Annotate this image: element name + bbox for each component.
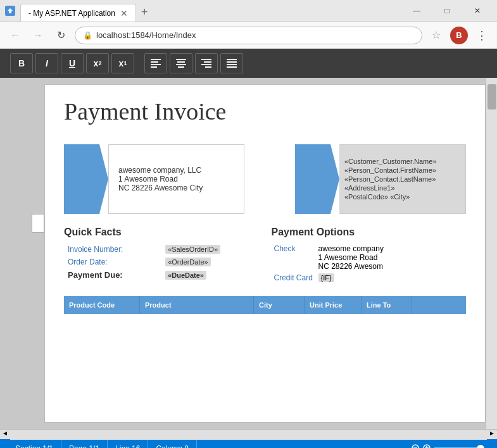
refresh-button[interactable]: ↻ xyxy=(52,27,70,44)
credit-card-label: Credit Card xyxy=(272,272,316,283)
table-row: Payment Due: «DueDate» xyxy=(64,268,259,282)
product-table-header: Product Code Product City Unit Price Lin… xyxy=(64,296,466,314)
two-col-section: Quick Facts Invoice Number: «SalesOrderI… xyxy=(64,227,466,283)
horizontal-scroll-area: ◄ ► xyxy=(0,429,497,439)
svg-rect-11 xyxy=(201,64,211,65)
svg-rect-10 xyxy=(204,61,211,63)
svg-rect-7 xyxy=(176,64,186,65)
zoom-thumb[interactable] xyxy=(477,445,484,448)
url-text: localhost:1584/Home/Index xyxy=(96,30,196,40)
banner-row: awesome company, LLC 1 Awesome Road NC 2… xyxy=(64,144,466,214)
unit-price-header: Unit Price xyxy=(305,296,362,314)
check-row: Check awesome company1 Awesome RoadNC 28… xyxy=(272,243,467,272)
window-controls: — □ ✕ xyxy=(402,0,492,22)
customer-field-4: «PostalCode» «City» xyxy=(344,193,460,201)
customer-info-block: «Customer_Customer.Name» «Person_Contact… xyxy=(339,144,466,214)
vertical-scrollbar[interactable] xyxy=(486,78,497,429)
line-status: Line 16 xyxy=(108,439,148,448)
payment-due-value: «DueDate» xyxy=(161,268,258,282)
product-header: Product xyxy=(140,296,254,314)
zoom-in-button[interactable] xyxy=(422,444,431,449)
left-arrow-shape xyxy=(64,144,108,214)
table-row: Invoice Number: «SalesOrderID» xyxy=(64,243,259,256)
new-tab-button[interactable]: + xyxy=(139,3,151,22)
app-icon xyxy=(5,6,15,16)
svg-rect-12 xyxy=(205,66,211,68)
facts-table: Invoice Number: «SalesOrderID» Order Dat… xyxy=(64,243,259,282)
subscript-button[interactable]: x1 xyxy=(111,53,134,73)
invoice-number-value: «SalesOrderID» xyxy=(161,243,258,256)
maximize-button[interactable]: □ xyxy=(432,0,462,22)
italic-button[interactable]: I xyxy=(35,53,58,73)
browser-menu-button[interactable]: ⋮ xyxy=(473,27,491,44)
product-code-header: Product Code xyxy=(64,296,140,314)
scrollbar-thumb[interactable] xyxy=(488,84,496,109)
bold-button[interactable]: B xyxy=(10,53,33,73)
tab-title: - My ASP.NET Application xyxy=(28,9,115,18)
tab-bar: - My ASP.NET Application ✕ + xyxy=(20,0,150,22)
check-label: Check xyxy=(272,243,316,272)
payment-due-label: Payment Due: xyxy=(64,268,161,282)
active-tab[interactable]: - My ASP.NET Application ✕ xyxy=(20,4,136,22)
payment-options: Payment Options Check awesome company1 A… xyxy=(272,227,467,283)
underline-button[interactable]: U xyxy=(61,53,84,73)
order-date-label: Order Date: xyxy=(64,256,161,268)
svg-rect-9 xyxy=(201,59,211,60)
forward-button[interactable]: → xyxy=(29,27,47,44)
bookmark-button[interactable]: ☆ xyxy=(427,27,445,44)
status-bar: Section 1/1 Page 1/1 Line 16 Column 8 xyxy=(0,439,497,448)
left-margin xyxy=(0,78,44,429)
table-row: Order Date: «OrderDate» xyxy=(64,256,259,268)
payment-options-heading: Payment Options xyxy=(272,227,467,238)
svg-rect-1 xyxy=(151,59,161,60)
url-bar[interactable]: 🔒 localhost:1584/Home/Index xyxy=(75,27,422,44)
right-arrow-shape xyxy=(295,144,339,214)
svg-rect-15 xyxy=(227,64,237,65)
scroll-track[interactable] xyxy=(10,430,487,440)
scroll-right-button[interactable]: ► xyxy=(487,430,497,440)
svg-rect-13 xyxy=(227,59,237,60)
page-status: Page 1/1 xyxy=(61,439,108,448)
svg-rect-5 xyxy=(176,59,186,60)
svg-rect-14 xyxy=(227,61,237,63)
address-bar: ← → ↻ 🔒 localhost:1584/Home/Index ☆ B ⋮ xyxy=(0,22,497,49)
customer-field-0: «Customer_Customer.Name» xyxy=(344,158,460,165)
payment-table: Check awesome company1 Awesome RoadNC 28… xyxy=(272,243,467,283)
customer-field-3: «AddressLine1» xyxy=(344,184,460,192)
content-area: Payment Invoice awesome company, LLC 1 A… xyxy=(0,78,497,429)
toolbar: B I U x2 x1 xyxy=(0,49,497,78)
back-button[interactable]: ← xyxy=(6,27,24,44)
profile-button[interactable]: B xyxy=(450,27,468,44)
credit-card-row: Credit Card {IF} xyxy=(272,272,467,283)
tab-close-button[interactable]: ✕ xyxy=(120,8,128,18)
svg-rect-3 xyxy=(151,64,161,65)
zoom-out-button[interactable] xyxy=(411,444,420,449)
invoice-number-label: Invoice Number: xyxy=(64,243,161,256)
quick-facts: Quick Facts Invoice Number: «SalesOrderI… xyxy=(64,227,259,283)
close-window-button[interactable]: ✕ xyxy=(463,0,492,22)
svg-rect-6 xyxy=(177,61,185,63)
zoom-controls xyxy=(406,444,489,449)
company-address1: 1 Awesome Road xyxy=(118,175,203,184)
city-header: City xyxy=(254,296,305,314)
align-justify-button[interactable] xyxy=(220,53,243,73)
check-detail: awesome company1 Awesome RoadNC 28226 Aw… xyxy=(316,243,467,272)
order-date-value: «OrderDate» xyxy=(161,256,258,268)
superscript-button[interactable]: x2 xyxy=(86,53,109,73)
section-status: Section 1/1 xyxy=(8,439,61,448)
banner-spacer xyxy=(244,144,295,214)
svg-rect-2 xyxy=(151,61,158,63)
invoice-title: Payment Invoice xyxy=(64,97,466,125)
align-left-button[interactable] xyxy=(144,53,167,73)
scroll-left-button[interactable]: ◄ xyxy=(0,430,10,440)
align-right-button[interactable] xyxy=(195,53,218,73)
company-name: awesome company, LLC xyxy=(118,166,203,175)
svg-rect-8 xyxy=(178,66,184,68)
title-bar: - My ASP.NET Application ✕ + — □ ✕ xyxy=(0,0,497,22)
customer-field-1: «Person_Contact.FirstName» xyxy=(344,166,460,174)
page-content[interactable]: Payment Invoice awesome company, LLC 1 A… xyxy=(44,84,486,423)
minimize-button[interactable]: — xyxy=(402,0,431,22)
left-margin-button[interactable] xyxy=(32,214,44,233)
svg-rect-16 xyxy=(227,66,237,68)
align-center-button[interactable] xyxy=(170,53,192,73)
